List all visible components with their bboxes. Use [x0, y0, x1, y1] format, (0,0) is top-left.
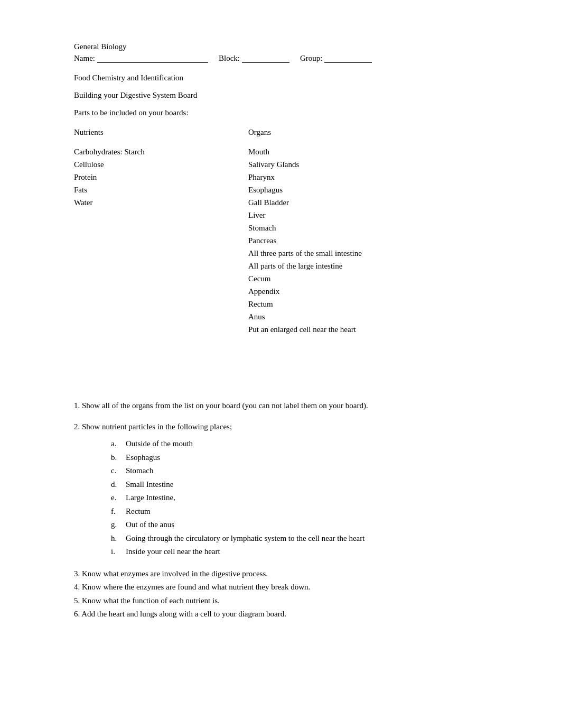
sub-item-label-c: c.: [111, 464, 126, 478]
parts-included-label: Parts to be included on your boards:: [74, 108, 487, 117]
organs-column: Organs Mouth Salivary Glands Pharynx Eso…: [248, 128, 487, 336]
question-4: 4. Know where the enzymes are found and …: [74, 580, 487, 594]
list-item: Anus: [248, 310, 487, 323]
sub-item-label-f: f.: [111, 505, 126, 519]
questions-section: 1. Show all of the organs from the list …: [74, 399, 487, 621]
nutrients-list: Carbohydrates: Starch Cellulose Protein …: [74, 145, 248, 209]
sub-item-h: h. Going through the circulatory or lymp…: [111, 532, 487, 546]
nutrients-column: Nutrients Carbohydrates: Starch Cellulos…: [74, 128, 248, 336]
sub-item-text-d: Small Intestine: [126, 478, 173, 492]
list-item: Stomach: [248, 222, 487, 234]
header-section: General Biology Name: Block: Group:: [74, 42, 487, 63]
block-field: [242, 53, 289, 63]
list-item: All parts of the large intestine: [248, 260, 487, 272]
list-item: Pharynx: [248, 171, 487, 183]
list-item: Liver: [248, 209, 487, 222]
question-3: 3. Know what enzymes are involved in the…: [74, 567, 487, 581]
list-item: Esophagus: [248, 183, 487, 196]
list-item: Appendix: [248, 285, 487, 298]
sub-item-text-c: Stomach: [126, 464, 154, 478]
numbered-items: 3. Know what enzymes are involved in the…: [74, 567, 487, 621]
sub-item-e: e. Large Intestine,: [111, 491, 487, 505]
sub-item-c: c. Stomach: [111, 464, 487, 478]
list-item: Rectum: [248, 298, 487, 310]
organs-header: Organs: [248, 128, 487, 137]
list-item: All three parts of the small intestine: [248, 247, 487, 260]
sub-item-label-a: a.: [111, 437, 126, 451]
organs-list: Mouth Salivary Glands Pharynx Esophagus …: [248, 145, 487, 336]
list-item: Protein: [74, 171, 248, 183]
question-2: 2. Show nutrient particles in the follow…: [74, 420, 487, 559]
sub-item-text-e: Large Intestine,: [126, 491, 175, 505]
sub-item-label-d: d.: [111, 478, 126, 492]
sub-item-b: b. Esophagus: [111, 451, 487, 465]
block-label: Block:: [219, 54, 240, 63]
sub-item-a: a. Outside of the mouth: [111, 437, 487, 451]
sub-item-text-a: Outside of the mouth: [126, 437, 193, 451]
sub-item-label-g: g.: [111, 518, 126, 532]
group-field: [324, 53, 372, 63]
sub-item-text-i: Inside your cell near the heart: [126, 545, 220, 559]
page: General Biology Name: Block: Group: Food…: [0, 0, 561, 664]
list-item: Gall Bladder: [248, 196, 487, 209]
name-field: [97, 53, 208, 63]
list-item: Mouth: [248, 145, 487, 158]
sub-item-label-i: i.: [111, 545, 126, 559]
sub-item-label-b: b.: [111, 451, 126, 465]
building-digestive-title: Building your Digestive System Board: [74, 91, 487, 100]
list-item: Pancreas: [248, 234, 487, 247]
list-item: Fats: [74, 183, 248, 196]
name-line: Name: Block: Group:: [74, 53, 487, 63]
sub-item-f: f. Rectum: [111, 505, 487, 519]
question-6: 6. Add the heart and lungs along with a …: [74, 607, 487, 621]
sub-item-d: d. Small Intestine: [111, 478, 487, 492]
question-1: 1. Show all of the organs from the list …: [74, 399, 487, 412]
list-item: Cecum: [248, 272, 487, 285]
sub-item-i: i. Inside your cell near the heart: [111, 545, 487, 559]
question-5: 5. Know what the function of each nutrie…: [74, 594, 487, 608]
sub-item-g: g. Out of the anus: [111, 518, 487, 532]
sub-item-text-f: Rectum: [126, 505, 151, 519]
sub-item-text-h: Going through the circulatory or lymphat…: [126, 532, 364, 546]
group-label: Group:: [300, 54, 323, 63]
sub-item-label-h: h.: [111, 532, 126, 546]
question-2-text: 2. Show nutrient particles in the follow…: [74, 420, 487, 433]
sub-item-text-g: Out of the anus: [126, 518, 174, 532]
list-item: Water: [74, 196, 248, 209]
name-label: Name:: [74, 54, 95, 63]
sub-item-text-b: Esophagus: [126, 451, 160, 465]
question-2-sublist: a. Outside of the mouth b. Esophagus c. …: [111, 437, 487, 559]
food-chemistry-title: Food Chemistry and Identification: [74, 73, 487, 82]
sub-item-label-e: e.: [111, 491, 126, 505]
list-item: Cellulose: [74, 158, 248, 171]
general-biology-label: General Biology: [74, 42, 487, 51]
nutrients-header: Nutrients: [74, 128, 248, 137]
list-item: Put an enlarged cell near the heart: [248, 323, 487, 336]
list-item: Carbohydrates: Starch: [74, 145, 248, 158]
two-columns: Nutrients Carbohydrates: Starch Cellulos…: [74, 128, 487, 336]
list-item: Salivary Glands: [248, 158, 487, 171]
